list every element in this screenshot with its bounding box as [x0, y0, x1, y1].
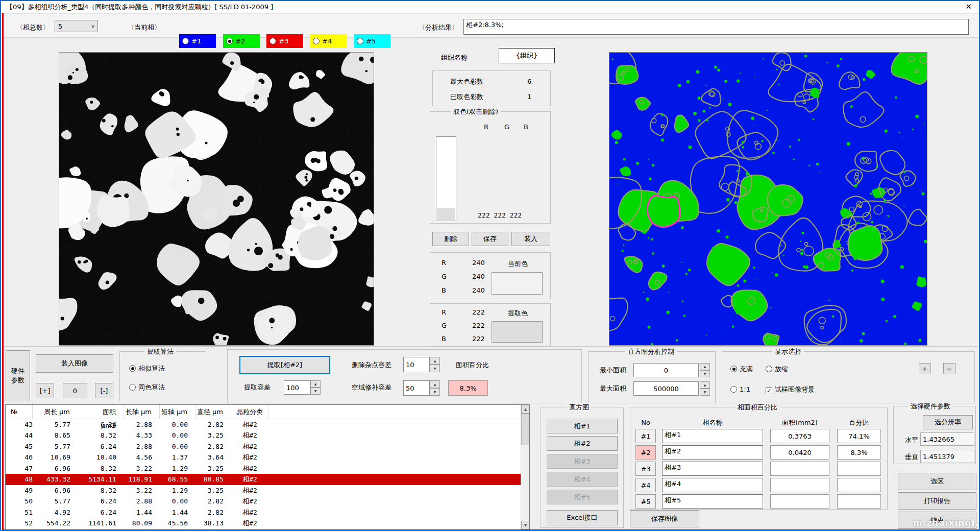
delete-color-button[interactable]: 删除: [432, 232, 469, 246]
table-row[interactable]: 496.968.323.221.293.25相#2: [6, 485, 529, 496]
spin-down-icon[interactable]: ▼: [310, 388, 321, 395]
phase-label: #1: [191, 37, 201, 45]
spin-up-icon[interactable]: ▲: [430, 380, 440, 388]
select-region-button[interactable]: 选区: [898, 473, 976, 490]
algo-similar-radio[interactable]: 相似算法: [129, 365, 165, 373]
table-row[interactable]: 448.658.324.330.003.25相#2: [6, 430, 529, 441]
table-cell: 46: [6, 452, 33, 463]
algo-same-radio[interactable]: 同色算法: [129, 383, 165, 392]
radio-icon: [357, 38, 363, 44]
table-row[interactable]: 514.926.241.441.442.82相#2: [6, 507, 529, 518]
table-row[interactable]: 52554.221141.6180.0945.5638.13相#2: [6, 518, 529, 528]
table-cell: 2.88: [124, 496, 160, 506]
zoom-out-button[interactable]: −: [943, 363, 955, 374]
spin-down-icon[interactable]: ▼: [700, 370, 710, 377]
table-row[interactable]: 4610.6910.404.561.373.64相#2: [6, 452, 529, 463]
rgb-b-header: B: [524, 123, 528, 131]
min-area-label: 最小面积: [600, 366, 626, 374]
table-cell: 48: [6, 474, 33, 485]
extract-tolerance-spinner[interactable]: ▲ ▼: [310, 380, 321, 395]
save-color-button[interactable]: 保存: [472, 232, 508, 246]
hardware-group-title: 选择硬件参数: [908, 402, 953, 411]
zoom-in-button[interactable]: +: [919, 363, 931, 374]
max-area-input[interactable]: 500000: [633, 381, 699, 396]
max-area-spinner[interactable]: ▲ ▼: [700, 381, 710, 396]
noise-tolerance-input[interactable]: 10: [403, 357, 430, 372]
histogram-group-title: 直方图: [567, 403, 592, 412]
noise-tolerance-spinner[interactable]: ▲ ▼: [430, 357, 440, 372]
particle-table[interactable]: №周长 μm面积 μm2长轴 μm短轴 μm直径 μm晶粒分类 435.776.…: [5, 404, 530, 530]
particle-table-body[interactable]: 435.776.242.880.002.82相#2448.658.324.330…: [6, 419, 529, 530]
extract-phase-button[interactable]: 提取[相#2]: [239, 356, 330, 374]
phase-total-dropdown[interactable]: 5 ∨: [55, 20, 98, 32]
phase-radio-#1[interactable]: #1: [179, 34, 216, 48]
select-resolution-button[interactable]: 选分辨率: [923, 415, 973, 429]
table-row[interactable]: 5344.4843.437.210.003.83相#2: [6, 528, 529, 530]
structure-name-value: {组织}: [516, 51, 538, 60]
spin-up-icon[interactable]: ▲: [700, 363, 710, 370]
phase-label: #5: [366, 37, 376, 45]
sample-bg-checkbox[interactable]: ✓试样图像背景: [766, 385, 815, 394]
histogram-button-相#1[interactable]: 相#1: [547, 419, 618, 433]
phase-no-cell: #1: [635, 429, 656, 443]
spin-up-icon[interactable]: ▲: [430, 357, 440, 365]
separator: [4, 346, 978, 347]
table-row[interactable]: 48433.325134.11118.9168.5580.85相#2: [6, 474, 521, 485]
horizontal-label: 水平: [905, 436, 918, 444]
phase-total-value: 5: [55, 22, 91, 30]
fill-tolerance-spinner[interactable]: ▲ ▼: [430, 380, 440, 396]
sample-image-canvas[interactable]: [59, 52, 374, 346]
plus-step-button[interactable]: [+]: [36, 383, 54, 398]
phase-radio-#4[interactable]: #4: [310, 34, 347, 48]
save-image-button[interactable]: 保存图像: [630, 510, 699, 527]
phase-name-input[interactable]: 相#4: [662, 478, 763, 492]
scroll-up-icon[interactable]: ▲: [521, 405, 530, 414]
table-cell: 1.29: [160, 485, 195, 496]
spin-up-icon[interactable]: ▲: [700, 381, 710, 389]
phase-radio-#2[interactable]: #2: [223, 34, 260, 48]
picked-color-swatch[interactable]: [437, 208, 455, 220]
table-cell: 3.22: [124, 485, 160, 496]
histogram-button-相#2[interactable]: 相#2: [547, 436, 618, 451]
scroll-down-icon[interactable]: ▼: [521, 521, 530, 529]
print-report-button[interactable]: 打印报告: [898, 492, 976, 510]
phase-name-input[interactable]: 相#5: [662, 494, 763, 509]
hardware-params-button[interactable]: 硬件参数: [6, 350, 30, 401]
fill-tolerance-input[interactable]: 50: [403, 380, 430, 396]
table-cell: 相#2: [231, 430, 268, 441]
phase-name-input[interactable]: 相#3: [662, 462, 763, 476]
analysis-result-input[interactable]: 相#2:8.3%;: [463, 19, 969, 35]
histogram-button-Excel接口[interactable]: Excel接口: [547, 510, 618, 525]
phase-no-cell: #5: [635, 494, 656, 509]
spin-down-icon[interactable]: ▼: [430, 365, 440, 372]
table-row[interactable]: 455.776.242.880.002.82相#2: [6, 441, 529, 452]
phase-radio-#3[interactable]: #3: [266, 34, 303, 48]
spin-up-icon[interactable]: ▲: [310, 380, 321, 388]
spin-down-icon[interactable]: ▼: [430, 388, 440, 396]
phase-name-input[interactable]: 相#2: [662, 445, 763, 460]
fit-radio[interactable]: 充满: [730, 365, 753, 373]
min-area-spinner[interactable]: ▲ ▼: [700, 363, 710, 377]
spin-down-icon[interactable]: ▼: [700, 389, 710, 396]
close-icon[interactable]: ✕: [965, 3, 972, 11]
table-row[interactable]: 505.776.242.880.002.82相#2: [6, 496, 529, 506]
extract-tolerance-input[interactable]: 100: [284, 380, 310, 395]
table-row[interactable]: 476.968.323.221.293.25相#2: [6, 463, 529, 474]
structure-name-input[interactable]: {组织}: [499, 48, 555, 63]
horizontal-value-text: 1.432665: [923, 436, 954, 443]
table-cell: 6.96: [33, 485, 87, 496]
phase-radio-#5[interactable]: #5: [354, 34, 390, 48]
phase-name-input[interactable]: 相#1: [662, 429, 763, 443]
table-scrollbar[interactable]: ▲ ▼: [521, 405, 529, 529]
min-area-input[interactable]: 0: [633, 363, 699, 377]
picked-color-list[interactable]: [436, 136, 456, 221]
scrollbar-thumb[interactable]: [521, 414, 530, 445]
table-row[interactable]: 435.776.242.880.002.82相#2: [6, 419, 529, 430]
zoom-radio[interactable]: 放缩: [766, 365, 788, 373]
extract-b-value: 222: [472, 335, 485, 343]
minus-step-button[interactable]: [-]: [95, 383, 113, 398]
processed-image-canvas[interactable]: [609, 52, 927, 346]
load-color-button[interactable]: 装入: [511, 232, 550, 246]
one-to-one-radio[interactable]: 1:1: [730, 385, 750, 394]
load-image-button[interactable]: 装入图像: [36, 354, 113, 373]
